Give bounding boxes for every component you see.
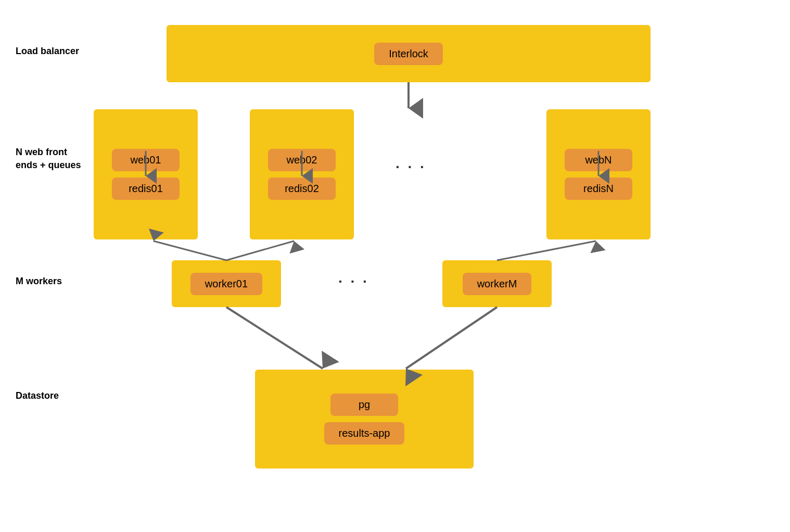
redis01-node: redis01	[112, 178, 180, 200]
web01-node: web01	[112, 149, 180, 171]
webN-node: webN	[565, 149, 632, 171]
web02-node: web02	[268, 149, 336, 171]
web01-box: web01 redis01	[94, 109, 198, 239]
redisN-node: redisN	[565, 178, 632, 200]
arrow-worker01-redis02	[226, 241, 294, 260]
label-datastore: Datastore	[16, 390, 59, 401]
datastore-box: pg results-app	[255, 370, 474, 468]
dots-web-row: · · ·	[396, 159, 426, 175]
diagram-container: Load balancer N web front ends + queues …	[0, 0, 790, 532]
dots-workers: · · ·	[338, 273, 369, 290]
arrow-worker01-redis01	[154, 241, 226, 260]
load-balancer-box: Interlock	[167, 25, 651, 82]
workerM-box: workerM	[442, 260, 552, 307]
label-n-web: N web front ends + queues	[16, 146, 81, 172]
worker01-box: worker01	[172, 260, 281, 307]
results-app-node: results-app	[324, 422, 405, 445]
pg-node: pg	[330, 394, 398, 416]
worker01-node: worker01	[190, 273, 262, 295]
arrow-workerM-datastore	[406, 307, 497, 369]
arrow-workerM-redisN	[497, 241, 596, 260]
webN-box: webN redisN	[546, 109, 651, 239]
redis02-node: redis02	[268, 178, 336, 200]
interlock-node: Interlock	[374, 43, 443, 65]
label-load-balancer: Load balancer	[16, 46, 79, 57]
label-m-workers: M workers	[16, 276, 62, 287]
web02-box: web02 redis02	[250, 109, 354, 239]
arrow-worker01-datastore	[226, 307, 323, 369]
workerM-node: workerM	[463, 273, 532, 295]
